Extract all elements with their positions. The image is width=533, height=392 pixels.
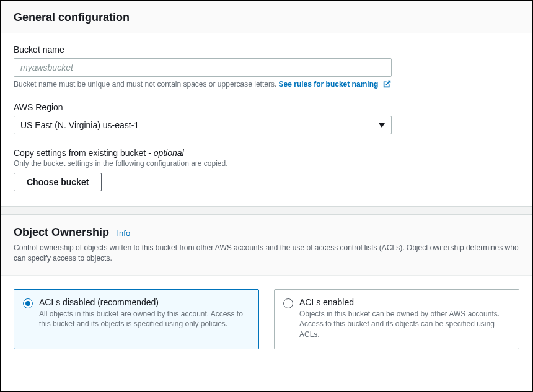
ownership-title: Object Ownership [14, 226, 109, 239]
bucket-naming-rules-link[interactable]: See rules for bucket naming [279, 80, 391, 89]
copy-settings-hint: Only the bucket settings in the followin… [14, 159, 519, 168]
radio-icon [23, 298, 33, 308]
ownership-info-link[interactable]: Info [117, 229, 130, 238]
bucket-name-hint: Bucket name must be unique and must not … [14, 80, 519, 89]
choose-bucket-button[interactable]: Choose bucket [14, 173, 102, 191]
acls-disabled-tile[interactable]: ACLs disabled (recommended) All objects … [14, 289, 259, 349]
ownership-header: Object Ownership Info [1, 215, 532, 239]
object-ownership-panel: Object Ownership Info Control ownership … [1, 215, 532, 363]
general-configuration-panel: General configuration Bucket name Bucket… [1, 1, 532, 206]
acls-disabled-title: ACLs disabled (recommended) [39, 297, 250, 307]
copy-settings-label: Copy settings from existing bucket - opt… [14, 148, 519, 158]
acls-enabled-tile[interactable]: ACLs enabled Objects in this bucket can … [274, 289, 519, 349]
acls-enabled-title: ACLs enabled [299, 297, 510, 307]
radio-icon [283, 298, 293, 308]
general-config-title: General configuration [14, 11, 519, 24]
optional-text: - optional [146, 148, 183, 158]
ownership-description: Control ownership of objects written to … [1, 239, 532, 276]
copy-settings-label-text: Copy settings from existing bucket [14, 148, 146, 158]
region-select-wrap: US East (N. Virginia) us-east-1 [14, 116, 392, 134]
bucket-name-hint-text: Bucket name must be unique and must not … [14, 80, 279, 89]
acls-disabled-desc: All objects in this bucket are owned by … [39, 309, 250, 330]
external-link-icon [383, 80, 391, 88]
ownership-options: ACLs disabled (recommended) All objects … [1, 276, 532, 363]
region-select[interactable]: US East (N. Virginia) us-east-1 [14, 116, 392, 134]
tile-content: ACLs enabled Objects in this bucket can … [299, 297, 510, 340]
bucket-name-input[interactable] [14, 58, 392, 77]
region-group: AWS Region US East (N. Virginia) us-east… [14, 102, 519, 134]
tile-content: ACLs disabled (recommended) All objects … [39, 297, 250, 340]
rules-link-text: See rules for bucket naming [279, 80, 379, 89]
acls-enabled-desc: Objects in this bucket can be owned by o… [299, 309, 510, 340]
bucket-name-label: Bucket name [14, 45, 519, 54]
panel-divider [1, 206, 532, 215]
general-config-header: General configuration [1, 1, 532, 33]
region-selected-value: US East (N. Virginia) us-east-1 [20, 120, 139, 130]
region-label: AWS Region [14, 102, 519, 112]
chevron-down-icon [379, 123, 385, 128]
bucket-name-group: Bucket name Bucket name must be unique a… [14, 45, 519, 89]
copy-settings-group: Copy settings from existing bucket - opt… [14, 148, 519, 191]
general-config-body: Bucket name Bucket name must be unique a… [1, 33, 532, 206]
